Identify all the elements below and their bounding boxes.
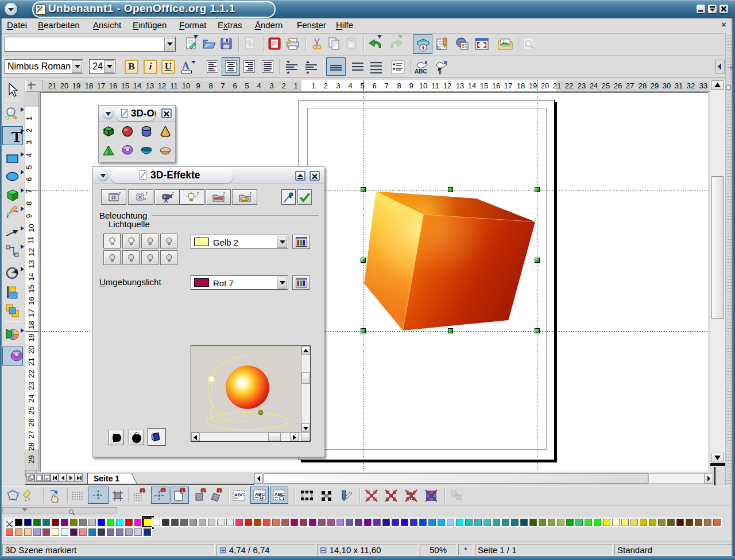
svg-text:ABC: ABC	[234, 492, 245, 497]
svg-text:ABC: ABC	[415, 68, 427, 75]
svg-text:ABC: ABC	[274, 492, 285, 497]
svg-text:A: A	[182, 60, 189, 72]
